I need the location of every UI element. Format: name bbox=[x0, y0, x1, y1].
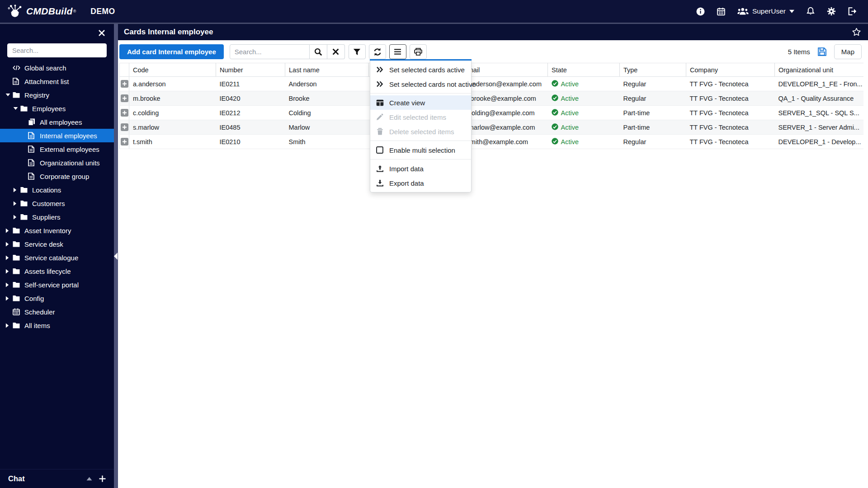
chat-collapse-icon[interactable] bbox=[86, 477, 92, 481]
column-header-company[interactable]: Company bbox=[686, 63, 775, 77]
expand-cell bbox=[120, 91, 129, 106]
sidebar-item-suppliers[interactable]: Suppliers bbox=[0, 210, 114, 224]
menu-item-set-selected-cards-not-active[interactable]: Set selected cards not active bbox=[370, 77, 471, 91]
caret-right-icon[interactable] bbox=[5, 323, 13, 328]
caret-right-icon[interactable] bbox=[5, 282, 13, 287]
chat-add-icon[interactable] bbox=[99, 475, 106, 482]
menu-item-set-selected-cards-active[interactable]: Set selected cards active bbox=[370, 62, 471, 77]
menu-item-create-view[interactable]: Create view bbox=[370, 95, 471, 110]
sidebar-item-all-items[interactable]: All items bbox=[0, 319, 114, 332]
sidebar-item-employees[interactable]: Employees bbox=[0, 102, 114, 115]
add-card-button[interactable]: Add card Internal employee bbox=[119, 44, 224, 59]
sidebar-item-scheduler[interactable]: Scheduler bbox=[0, 305, 114, 319]
open-card-plus-icon[interactable] bbox=[121, 109, 128, 117]
open-card-plus-icon[interactable] bbox=[121, 123, 128, 131]
notifications-bell-icon[interactable] bbox=[807, 7, 815, 16]
column-header-last-name[interactable]: Last name bbox=[285, 63, 369, 77]
caret-right-icon[interactable] bbox=[5, 255, 13, 260]
sidebar-close-icon[interactable] bbox=[99, 30, 105, 36]
cmdbuild-logo-icon bbox=[7, 4, 24, 19]
sidebar-item-external-employees[interactable]: External employees bbox=[0, 142, 114, 156]
sidebar-item-service-catalogue[interactable]: Service catalogue bbox=[0, 251, 114, 264]
save-view-icon[interactable] bbox=[818, 47, 826, 56]
table-row[interactable]: c.coldingIE0212Coldingc.colding@example.… bbox=[120, 106, 863, 120]
caret-right-icon[interactable] bbox=[5, 269, 13, 274]
sidebar-item-config[interactable]: Config bbox=[0, 291, 114, 305]
menu-separator bbox=[370, 159, 471, 160]
hamburger-menu-icon bbox=[394, 48, 401, 55]
open-card-plus-icon[interactable] bbox=[121, 94, 128, 102]
sidebar-search-input[interactable] bbox=[7, 43, 107, 57]
caret-right-icon[interactable] bbox=[13, 188, 20, 192]
caret-down-icon[interactable] bbox=[13, 107, 20, 110]
column-header-number[interactable]: Number bbox=[216, 63, 285, 77]
settings-gear-icon[interactable] bbox=[827, 7, 836, 16]
calendar-icon[interactable] bbox=[717, 7, 725, 16]
table-row[interactable]: m.brookeIE0420Brookem.brooke@example.com… bbox=[120, 91, 863, 106]
check-circle-icon bbox=[552, 123, 558, 131]
map-button[interactable]: Map bbox=[834, 44, 862, 59]
sidebar-item-organizational-units[interactable]: Organizational units bbox=[0, 156, 114, 169]
caret-down-icon bbox=[789, 9, 794, 13]
column-header-code[interactable]: Code bbox=[129, 63, 216, 77]
sidebar-item-label: Config bbox=[24, 295, 44, 302]
favorite-star-icon[interactable] bbox=[852, 28, 861, 37]
table-row[interactable]: t.smithIE0210Smitht.smith@example.comAct… bbox=[120, 135, 863, 149]
menu-item-label: Export data bbox=[389, 179, 424, 187]
caret-right-icon[interactable] bbox=[5, 228, 13, 233]
sidebar-item-label: Organizational units bbox=[40, 159, 100, 167]
sidebar-item-label: Suppliers bbox=[32, 213, 61, 221]
sidebar-item-attachment-list[interactable]: Attachment list bbox=[0, 75, 114, 88]
search-button[interactable] bbox=[310, 44, 327, 59]
folder-icon bbox=[13, 322, 20, 328]
sidebar-item-internal-employees[interactable]: Internal employees bbox=[0, 129, 114, 142]
table-row[interactable]: a.andersonIE0211Andersona.anderson@examp… bbox=[120, 77, 863, 91]
sidebar-item-locations[interactable]: Locations bbox=[0, 183, 114, 197]
caret-right-icon[interactable] bbox=[5, 296, 13, 301]
caret-right-icon[interactable] bbox=[5, 242, 13, 247]
info-icon[interactable] bbox=[696, 7, 705, 16]
sidebar-item-global-search[interactable]: Global search bbox=[0, 61, 114, 75]
print-button[interactable] bbox=[410, 44, 427, 59]
menu-item-enable-multi-selection[interactable]: Enable multi selection bbox=[370, 143, 471, 157]
table-row[interactable]: s.marlowIE0485Marlows.marlow@example.com… bbox=[120, 120, 863, 135]
sidebar-splitter[interactable] bbox=[114, 24, 118, 488]
column-header-organizational-unit[interactable]: Organizational unit bbox=[775, 63, 863, 77]
grid-menu-button[interactable] bbox=[389, 44, 406, 59]
refresh-button[interactable] bbox=[369, 44, 386, 59]
open-card-plus-icon[interactable] bbox=[121, 138, 128, 145]
number-cell: IE0420 bbox=[216, 91, 285, 106]
file-text-icon bbox=[28, 173, 36, 180]
sidebar-item-all-employees[interactable]: All employees bbox=[0, 115, 114, 129]
grid-search-input[interactable] bbox=[230, 44, 310, 59]
sidebar-item-assets-lifecycle[interactable]: Assets lifecycle bbox=[0, 264, 114, 278]
company-cell: TT FVG - Tecnoteca bbox=[686, 120, 775, 135]
user-name: SuperUser bbox=[752, 7, 786, 15]
open-card-plus-icon[interactable] bbox=[121, 80, 128, 88]
menu-item-export-data[interactable]: Export data bbox=[370, 176, 471, 190]
type-cell: Part-time bbox=[620, 106, 686, 120]
sidebar-item-service-desk[interactable]: Service desk bbox=[0, 237, 114, 251]
sidebar-item-customers[interactable]: Customers bbox=[0, 197, 114, 210]
user-menu[interactable]: SuperUser bbox=[737, 7, 794, 15]
column-header-email[interactable]: Email bbox=[460, 63, 548, 77]
filter-button[interactable] bbox=[349, 44, 366, 59]
sidebar-item-asset-inventory[interactable]: Asset Inventory bbox=[0, 224, 114, 237]
caret-right-icon[interactable] bbox=[13, 215, 20, 220]
logout-icon[interactable] bbox=[848, 7, 857, 15]
clear-search-button[interactable] bbox=[327, 44, 345, 59]
sidebar-item-registry[interactable]: Registry bbox=[0, 88, 114, 102]
last-name-cell: Smith bbox=[285, 135, 369, 149]
navbar-actions: SuperUser bbox=[696, 7, 857, 16]
menu-item-import-data[interactable]: Import data bbox=[370, 161, 471, 176]
caret-right-icon[interactable] bbox=[13, 201, 20, 206]
state-cell: Active bbox=[548, 120, 620, 135]
caret-down-icon[interactable] bbox=[5, 93, 13, 97]
collapse-sidebar-icon[interactable] bbox=[114, 253, 118, 260]
sidebar-item-self-service-portal[interactable]: Self-service portal bbox=[0, 278, 114, 291]
folder-icon bbox=[13, 254, 20, 261]
sidebar-item-corporate-group[interactable]: Corporate group bbox=[0, 169, 114, 183]
column-header-type[interactable]: Type bbox=[620, 63, 686, 77]
copy-icon bbox=[28, 118, 36, 126]
column-header-state[interactable]: State bbox=[548, 63, 620, 77]
